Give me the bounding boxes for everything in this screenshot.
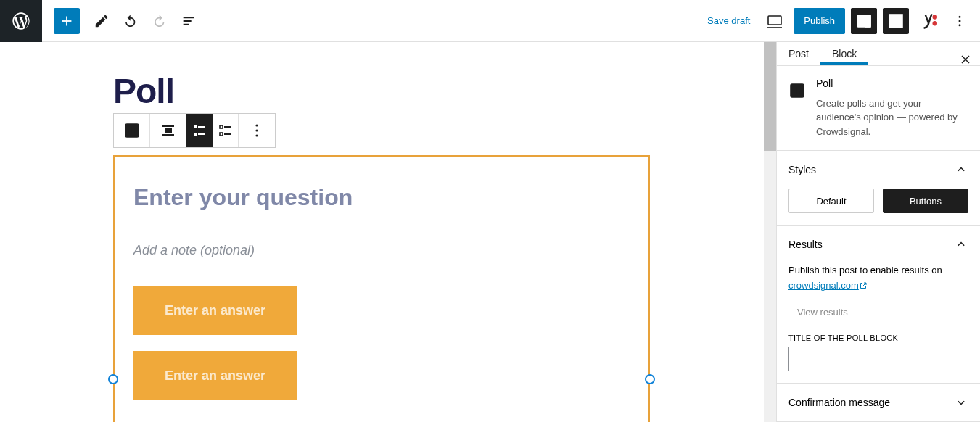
block-type-button[interactable] [114, 114, 150, 147]
panel-confirmation-toggle[interactable]: Confirmation message [777, 384, 980, 421]
desktop-icon [766, 12, 783, 30]
svg-rect-0 [768, 16, 781, 25]
svg-point-5 [933, 21, 938, 26]
yoast-icon [918, 12, 937, 30]
block-more-button[interactable] [239, 114, 275, 147]
sidebar-right-icon [855, 12, 873, 30]
undo-button[interactable] [118, 8, 144, 34]
svg-point-16 [255, 129, 258, 131]
list-outline-icon [217, 122, 234, 139]
block-description: Create polls and get your audience's opi… [816, 96, 968, 139]
view-results-button[interactable]: View results [788, 295, 968, 323]
poll-icon [788, 82, 806, 99]
svg-rect-11 [194, 125, 197, 128]
svg-rect-13 [220, 125, 223, 128]
undo-icon [123, 13, 139, 29]
save-draft-button[interactable]: Save draft [701, 15, 756, 26]
edit-tools-button[interactable] [88, 8, 115, 34]
tab-post[interactable]: Post [777, 42, 820, 65]
list-filled-icon [191, 122, 208, 139]
poll-title-label: TITLE OF THE POLL BLOCK [788, 334, 968, 342]
canvas-scrollbar[interactable] [764, 42, 776, 422]
yoast-toggle[interactable] [915, 8, 941, 34]
close-icon [958, 52, 973, 67]
svg-point-6 [959, 15, 961, 17]
panel-label: Results [788, 239, 823, 250]
list-style-active-button[interactable] [186, 114, 213, 147]
poll-question-input[interactable]: Enter your question [133, 184, 630, 211]
block-toolbar [113, 113, 276, 148]
poll-icon [123, 122, 141, 139]
settings-sidebar-toggle[interactable] [851, 8, 877, 34]
preview-button[interactable] [762, 8, 788, 34]
svg-rect-2 [865, 15, 870, 27]
svg-point-15 [255, 124, 258, 126]
svg-rect-10 [165, 128, 172, 133]
list-view-icon [181, 13, 197, 29]
crowdsignal-link[interactable]: crowdsignal.com [788, 280, 868, 291]
redo-icon [152, 13, 168, 29]
spectra-icon [887, 12, 905, 30]
svg-point-17 [255, 134, 258, 136]
external-link-icon [859, 281, 868, 290]
spectra-toggle[interactable] [883, 8, 909, 34]
poll-answer-input[interactable]: Enter an answer [133, 351, 297, 400]
publish-button[interactable]: Publish [794, 8, 845, 34]
add-block-button[interactable] [54, 8, 80, 34]
more-vertical-icon [248, 122, 265, 139]
chevron-up-icon [954, 162, 968, 177]
poll-note-input[interactable]: Add a note (optional) [133, 243, 630, 258]
list-style-alt-button[interactable] [213, 114, 239, 147]
panel-label: Confirmation message [788, 397, 890, 408]
panel-styles-toggle[interactable]: Styles [777, 151, 980, 189]
redo-button[interactable] [147, 8, 173, 34]
document-overview-button[interactable] [176, 8, 202, 34]
close-sidebar-button[interactable] [958, 52, 973, 69]
chevron-up-icon [954, 237, 968, 252]
poll-title-input[interactable] [788, 347, 968, 371]
align-icon [160, 122, 177, 139]
style-default-button[interactable]: Default [788, 189, 874, 213]
svg-point-8 [959, 24, 961, 26]
style-buttons-button[interactable]: Buttons [883, 189, 968, 213]
svg-rect-12 [194, 133, 197, 136]
post-title[interactable]: Poll [113, 71, 776, 111]
pencil-icon [94, 13, 110, 29]
svg-point-4 [933, 15, 938, 19]
block-type-icon [788, 78, 806, 104]
align-button[interactable] [150, 114, 186, 147]
scrollbar-thumb[interactable] [764, 42, 776, 151]
results-description: Publish this post to enable results on c… [788, 263, 968, 295]
wordpress-icon [11, 11, 31, 31]
svg-rect-14 [220, 133, 223, 136]
settings-sidebar: Post Block Poll Create polls and get you… [776, 42, 980, 422]
poll-block[interactable]: Enter your question Add a note (optional… [113, 155, 650, 422]
plus-icon [59, 13, 75, 29]
chevron-down-icon [954, 395, 968, 410]
tab-block[interactable]: Block [820, 42, 868, 65]
options-button[interactable] [947, 8, 973, 34]
panel-results-toggle[interactable]: Results [777, 226, 980, 263]
wordpress-logo[interactable] [0, 0, 42, 42]
editor-canvas[interactable]: Poll Enter your question [0, 42, 776, 422]
panel-label: Styles [788, 164, 816, 175]
svg-point-7 [959, 20, 961, 22]
block-resize-handle[interactable] [108, 374, 118, 384]
block-resize-handle[interactable] [645, 374, 655, 384]
block-name: Poll [816, 78, 968, 89]
more-vertical-icon [952, 14, 967, 28]
poll-answer-input[interactable]: Enter an answer [133, 286, 297, 335]
